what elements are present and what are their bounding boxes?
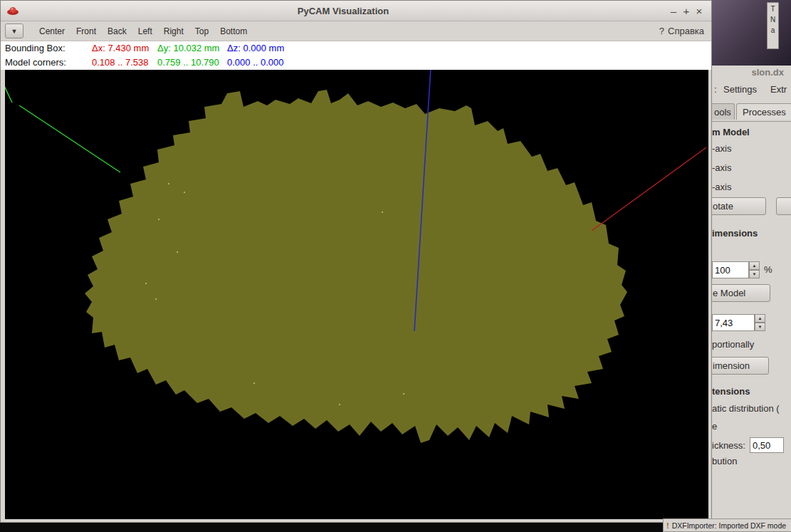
- chevron-down-icon: ▼: [11, 28, 18, 35]
- warning-icon: !: [666, 521, 669, 530]
- cut-button[interactable]: [776, 197, 791, 215]
- menu-extras[interactable]: Extr: [770, 84, 787, 95]
- radio-x-axis[interactable]: -axis: [712, 143, 731, 154]
- section-extensions: tensions: [712, 386, 750, 397]
- view-back-button[interactable]: Back: [102, 24, 132, 39]
- dimension-value-stepper[interactable]: ▲▼: [755, 314, 765, 331]
- minimize-button[interactable]: –: [667, 5, 680, 17]
- radio-y-axis[interactable]: -axis: [712, 162, 731, 173]
- menu-fragment: :: [714, 84, 717, 95]
- label-fragment-e: e: [712, 421, 717, 432]
- pycam-logo-icon: [6, 5, 19, 16]
- maximize-button[interactable]: +: [680, 5, 693, 17]
- window-title: PyCAM Visualization: [19, 6, 667, 16]
- pycam-visualization-window: PyCAM Visualization – + × ▼ Center Front…: [0, 0, 712, 523]
- desktop-background: [712, 0, 791, 66]
- y-range-value: 0.759 .. 10.790: [157, 56, 227, 70]
- scale-model-button[interactable]: e Model: [712, 284, 770, 302]
- tab-divider: [712, 121, 791, 122]
- dimension-value-input[interactable]: [712, 314, 755, 331]
- model-silhouette: [85, 90, 627, 443]
- section-transform-model: m Model: [712, 127, 750, 137]
- panel-letter: a: [771, 26, 775, 34]
- titlebar[interactable]: PyCAM Visualization – + ×: [1, 1, 711, 21]
- x-range-value: 0.108 .. 7.538: [92, 56, 157, 70]
- tab-processes[interactable]: Processes: [736, 103, 791, 120]
- panel-letter: T: [770, 5, 775, 13]
- model-info-bar: Bounding Box: Δx: 7.430 mm Δy: 10.032 mm…: [1, 41, 711, 70]
- view-bottom-button[interactable]: Bottom: [214, 24, 253, 39]
- view-dropdown-button[interactable]: ▼: [5, 24, 23, 38]
- scale-dimension-button[interactable]: imension: [712, 357, 769, 375]
- distribution-label: bution: [712, 456, 737, 466]
- bounding-box-row: Bounding Box: Δx: 7.430 mm Δy: 10.032 mm…: [5, 41, 711, 56]
- view-top-button[interactable]: Top: [189, 24, 214, 39]
- scale-percent-stepper[interactable]: ▲▼: [749, 261, 760, 278]
- delta-z-value: Δz: 0.000 mm: [227, 41, 711, 56]
- thickness-label: ickness:: [712, 440, 745, 451]
- percent-sign: %: [764, 261, 772, 278]
- help-button[interactable]: ? Справка: [659, 26, 707, 36]
- view-left-button[interactable]: Left: [132, 24, 158, 39]
- y-axis-line: [19, 105, 120, 172]
- scale-percent-input[interactable]: [712, 261, 749, 278]
- panel-letter: N: [770, 16, 775, 24]
- dimension-value-row: ▲▼: [712, 314, 765, 331]
- thickness-input[interactable]: [750, 437, 784, 453]
- help-icon: ?: [659, 26, 664, 36]
- menu-settings[interactable]: Settings: [723, 84, 757, 95]
- help-label: Справка: [668, 26, 704, 36]
- view-center-button[interactable]: Center: [33, 24, 70, 39]
- view-front-button[interactable]: Front: [70, 24, 102, 39]
- thickness-row: ickness:: [712, 437, 784, 453]
- radio-z-axis[interactable]: -axis: [712, 182, 731, 192]
- side-window-title: slon.dx: [751, 67, 784, 78]
- z-range-value: 0.000 .. 0.000: [227, 56, 711, 70]
- scale-percent-row: ▲▼ %: [712, 261, 772, 278]
- delta-x-value: Δx: 7.430 mm: [92, 41, 157, 56]
- section-dimensions: imensions: [712, 228, 758, 239]
- automatic-distribution-label[interactable]: atic distribution (: [712, 403, 780, 414]
- 3d-scene: [5, 70, 708, 519]
- proportionally-checkbox-label[interactable]: portionally: [712, 339, 754, 350]
- pycam-main-window: slon.dx : Settings Extr ools Processes m…: [712, 66, 791, 518]
- tab-tools[interactable]: ools: [712, 103, 735, 120]
- view-right-button[interactable]: Right: [158, 24, 189, 39]
- model-corners-label: Model corners:: [5, 56, 92, 70]
- statusbar: ! DXFImporter: Imported DXF mode: [663, 518, 791, 532]
- bounding-box-label: Bounding Box:: [5, 41, 92, 56]
- view-toolbar: ▼ Center Front Back Left Right Top Botto…: [1, 21, 711, 41]
- close-button[interactable]: ×: [693, 5, 706, 17]
- statusbar-text: DXFImporter: Imported DXF mode: [672, 521, 786, 530]
- model-corners-row: Model corners: 0.108 .. 7.538 0.759 .. 1…: [5, 56, 711, 70]
- delta-y-value: Δy: 10.032 mm: [157, 41, 227, 56]
- desktop-panel-tabs[interactable]: T N a: [767, 2, 779, 49]
- rotate-button[interactable]: otate: [712, 197, 766, 215]
- y-axis-corner-line: [5, 78, 12, 103]
- x-axis-line: [592, 147, 706, 231]
- 3d-viewport[interactable]: [5, 70, 708, 519]
